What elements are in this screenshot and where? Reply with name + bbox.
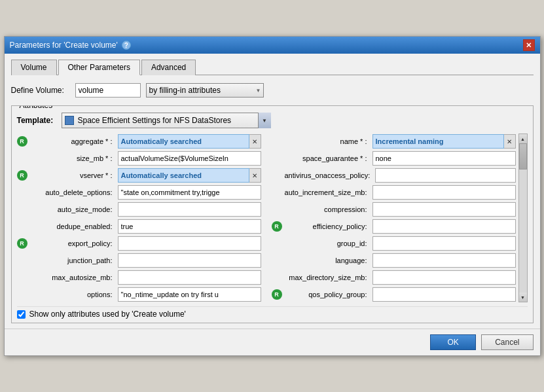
dialog-body: Volume Other Parameters Advanced Define …	[5, 54, 540, 329]
main-dialog: Parameters for 'Create volume' ? ✕ Volum…	[4, 36, 541, 356]
fields-container: R aggregate * : ✕ size_mb * :	[17, 134, 528, 302]
input-language[interactable]	[372, 253, 516, 268]
label-auto-increment: auto_increment_size_mb:	[285, 188, 370, 196]
label-vserver: vserver * :	[30, 171, 115, 179]
tab-other-parameters[interactable]: Other Parameters	[58, 60, 140, 75]
clear-name-button[interactable]: ✕	[504, 134, 516, 149]
field-aggregate: ✕	[118, 134, 261, 149]
input-aggregate[interactable]	[118, 134, 249, 149]
template-label: Template:	[17, 116, 56, 125]
label-max-dir: max_directory_size_mb:	[285, 274, 370, 281]
attributes-group-label: Attributes	[17, 105, 56, 110]
r-badge-vserver: R	[17, 170, 27, 181]
scroll-thumb[interactable]	[519, 143, 527, 169]
field-row-qos: R qos_policy_group:	[272, 287, 516, 302]
template-row: Template: Space Efficient Settings for N…	[17, 113, 528, 128]
field-row-export-policy: R export_policy:	[17, 236, 261, 251]
clear-vserver-button[interactable]: ✕	[249, 168, 261, 183]
ok-button[interactable]: OK	[430, 334, 476, 350]
show-attributes-label: Show only attributes used by 'Create vol…	[29, 310, 186, 319]
field-row-dedupe: dedupe_enabled:	[17, 219, 261, 234]
input-name[interactable]	[372, 134, 504, 149]
close-button[interactable]: ✕	[523, 39, 535, 51]
field-row-max-dir: max_directory_size_mb:	[272, 270, 516, 285]
field-row-space-guarantee: space_guarantee * :	[272, 151, 516, 166]
input-qos[interactable]	[372, 287, 516, 302]
input-junction-path[interactable]	[118, 253, 261, 268]
field-row-vserver: R vserver * : ✕	[17, 168, 261, 183]
input-vserver[interactable]	[118, 168, 249, 183]
label-max-autosize: max_autosize_mb:	[30, 274, 115, 281]
define-volume-select-wrapper: by filling-in attributes by template by …	[146, 83, 264, 98]
field-row-max-autosize: max_autosize_mb:	[17, 270, 261, 285]
define-volume-label: Define Volume:	[11, 86, 70, 95]
clear-aggregate-button[interactable]: ✕	[249, 134, 261, 149]
input-auto-increment[interactable]	[372, 185, 516, 200]
label-size-mb: size_mb * :	[30, 154, 115, 162]
placeholder-size-mb	[17, 153, 27, 164]
field-row-compression: compression:	[272, 202, 516, 217]
input-compression[interactable]	[372, 202, 516, 217]
r-badge-efficiency: R	[272, 221, 282, 232]
label-qos: qos_policy_group:	[285, 291, 370, 298]
cancel-button[interactable]: Cancel	[481, 334, 533, 350]
input-dedupe[interactable]	[118, 219, 261, 234]
scroll-down-button[interactable]: ▼	[519, 293, 527, 302]
input-efficiency-policy[interactable]	[372, 219, 516, 234]
scroll-track[interactable]	[519, 143, 527, 293]
fields-right: name * : ✕ space_guarantee * :	[266, 134, 518, 302]
field-row-auto-delete: auto_delete_options:	[17, 185, 261, 200]
input-max-dir[interactable]	[372, 270, 516, 285]
input-space-guarantee[interactable]	[372, 151, 516, 166]
show-attributes-checkbox[interactable]	[17, 310, 26, 319]
title-bar: Parameters for 'Create volume' ? ✕	[5, 37, 540, 54]
field-row-aggregate: R aggregate * : ✕	[17, 134, 261, 149]
label-group-id: group_id:	[285, 240, 370, 247]
field-row-efficiency-policy: R efficiency_policy:	[272, 219, 516, 234]
fields-left: R aggregate * : ✕ size_mb * :	[17, 134, 266, 302]
field-row-antivirus: antivirus_onaccess_policy:	[272, 168, 516, 183]
input-size-mb[interactable]	[118, 151, 261, 166]
help-icon[interactable]: ?	[122, 41, 131, 50]
input-max-autosize[interactable]	[118, 270, 261, 285]
input-auto-size-mode[interactable]	[118, 202, 261, 217]
template-cube-icon	[64, 115, 75, 126]
input-auto-delete[interactable]	[118, 185, 261, 200]
label-aggregate: aggregate * :	[30, 137, 115, 145]
scrollbar[interactable]: ▲ ▼	[518, 134, 528, 302]
field-row-size-mb: size_mb * :	[17, 151, 261, 166]
attributes-group: Attributes Template: Space Efficient Set…	[11, 105, 534, 323]
checkbox-row: Show only attributes used by 'Create vol…	[17, 306, 528, 319]
label-language: language:	[285, 257, 370, 264]
scroll-up-button[interactable]: ▲	[519, 134, 527, 143]
dialog-title: Parameters for 'Create volume'	[10, 41, 118, 50]
label-export-policy: export_policy:	[30, 240, 115, 247]
template-select[interactable]: Space Efficient Settings for NFS DataSto…	[62, 113, 271, 128]
input-options[interactable]	[118, 287, 261, 302]
input-export-policy[interactable]	[118, 236, 261, 251]
define-volume-input[interactable]	[75, 83, 141, 98]
field-row-name: name * : ✕	[272, 134, 516, 149]
tab-volume[interactable]: Volume	[11, 60, 57, 75]
define-volume-row: Define Volume: by filling-in attributes …	[11, 80, 534, 100]
input-antivirus[interactable]	[375, 168, 515, 183]
template-dropdown-arrow[interactable]: ▼	[258, 113, 271, 128]
field-row-junction-path: junction_path:	[17, 253, 261, 268]
tab-bar: Volume Other Parameters Advanced	[11, 59, 534, 75]
field-row-language: language:	[272, 253, 516, 268]
field-vserver: ✕	[118, 168, 261, 183]
label-antivirus: antivirus_onaccess_policy:	[285, 171, 373, 179]
r-badge-qos: R	[272, 289, 282, 300]
template-select-wrapper: Space Efficient Settings for NFS DataSto…	[62, 113, 271, 128]
label-compression: compression:	[285, 205, 370, 213]
label-junction-path: junction_path:	[30, 257, 115, 264]
input-group-id[interactable]	[372, 236, 516, 251]
r-badge-aggregate: R	[17, 136, 27, 147]
define-volume-select[interactable]: by filling-in attributes by template by …	[146, 83, 264, 98]
field-row-options: options:	[17, 287, 261, 302]
label-options: options:	[30, 291, 115, 298]
tab-advanced[interactable]: Advanced	[141, 60, 196, 75]
dialog-footer: OK Cancel	[5, 329, 540, 355]
label-space-guarantee: space_guarantee * :	[285, 154, 370, 162]
label-name: name * :	[285, 137, 370, 145]
